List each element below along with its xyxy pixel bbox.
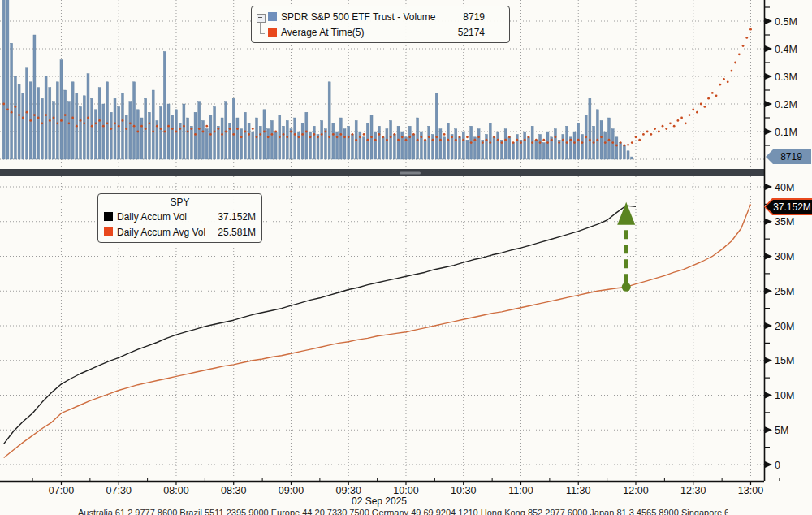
- volume-bar: [190, 126, 192, 159]
- top-axis-tick-arrow: [765, 128, 772, 135]
- bottom-axis-tick-label: 15M: [775, 355, 794, 366]
- average-dot: [14, 106, 16, 108]
- volume-bar: [363, 137, 365, 159]
- average-dot: [608, 139, 611, 141]
- volume-bar: [110, 112, 112, 159]
- volume-bar: [125, 115, 127, 159]
- volume-bar: [236, 118, 239, 159]
- footer-disclaimer-clipped: Australia 61 2 9777 8600 Brazil 5511 239…: [78, 508, 728, 515]
- average-dot: [6, 108, 9, 110]
- volume-bar: [486, 134, 488, 159]
- average-dot: [408, 136, 411, 138]
- volume-bar: [198, 102, 201, 159]
- average-dot: [512, 141, 515, 144]
- average-dot: [646, 131, 649, 133]
- volume-bar: [393, 134, 395, 159]
- average-dot: [707, 97, 710, 100]
- legend-row-accum-vol[interactable]: Daily Accum Vol 37.152M: [104, 209, 256, 224]
- volume-bar: [428, 126, 430, 159]
- average-dot: [692, 108, 694, 110]
- average-dot: [551, 139, 553, 141]
- collapse-icon[interactable]: [257, 14, 266, 23]
- bottom-axis-tick-label: 30M: [775, 251, 794, 262]
- volume-bar: [201, 120, 204, 159]
- average-dot: [501, 141, 503, 144]
- x-axis-label: 07:30: [106, 485, 132, 496]
- average-dot: [317, 136, 319, 138]
- average-dot: [742, 45, 745, 47]
- volume-bar: [183, 104, 185, 159]
- volume-bar: [631, 157, 633, 159]
- volume-bar: [343, 129, 346, 159]
- average-dot: [673, 125, 676, 128]
- average-dot: [650, 133, 652, 136]
- top-axis-tick-arrow: [765, 45, 772, 52]
- x-axis-label: 12:30: [680, 485, 706, 496]
- bottom-axis-tick-label: 25M: [775, 286, 794, 297]
- average-dot: [417, 139, 419, 141]
- average-dot: [76, 125, 78, 128]
- average-dot: [129, 122, 132, 124]
- average-dot: [412, 133, 415, 136]
- average-dot: [700, 103, 702, 106]
- volume-bar: [80, 106, 82, 159]
- volume-bar: [581, 134, 583, 159]
- average-dot: [145, 128, 147, 130]
- average-dot: [703, 106, 706, 108]
- volume-bar: [459, 137, 461, 159]
- average-dot: [374, 139, 377, 141]
- volume-bar: [286, 120, 288, 159]
- legend-row-volume[interactable]: SPDR S&P 500 ETF Trust - Volume 8719: [268, 9, 503, 24]
- volume-bar: [374, 132, 377, 159]
- average-dot: [41, 122, 43, 124]
- x-axis-label: 13:00: [738, 485, 763, 496]
- average-dot: [336, 136, 339, 138]
- average-dot: [577, 139, 580, 141]
- volume-bar: [118, 106, 120, 159]
- legend-row-accum-avg[interactable]: Daily Accum Avg Vol 25.581M: [104, 224, 256, 240]
- volume-bar: [305, 112, 308, 159]
- average-dot: [482, 141, 484, 144]
- average-dot: [685, 122, 687, 124]
- average-dot: [611, 141, 614, 144]
- average-dot: [71, 117, 74, 119]
- volume-bar: [221, 118, 223, 159]
- average-dot: [160, 128, 162, 130]
- bottom-legend: SPY Daily Accum Vol 37.152M Daily Accum …: [97, 193, 262, 243]
- average-dot: [711, 92, 714, 94]
- average-dot: [669, 122, 672, 124]
- top-axis-tick-arrow: [765, 73, 772, 80]
- average-dot: [731, 70, 733, 72]
- average-dot: [167, 125, 170, 128]
- volume-bar: [33, 35, 36, 159]
- volume-bar: [214, 106, 216, 159]
- average-dot: [420, 136, 422, 138]
- volume-bar: [217, 126, 219, 159]
- average-dot: [11, 111, 13, 114]
- average-dot: [359, 136, 361, 138]
- chart-canvas: 0.5M0.4M0.3M0.2M0.1M40M35M30M25M20M15M10…: [0, 0, 812, 515]
- average-dot: [244, 131, 246, 133]
- volume-bar: [390, 120, 392, 159]
- volume-bar: [160, 106, 162, 159]
- splitter-handle[interactable]: [400, 172, 421, 175]
- average-dot: [313, 133, 315, 136]
- average-dot: [738, 53, 741, 55]
- volume-series-value: 8719: [463, 11, 485, 23]
- top-axis-tick-arrow: [765, 18, 772, 24]
- volume-bar: [94, 110, 97, 159]
- average-dot: [252, 128, 254, 130]
- average-dot: [248, 133, 250, 136]
- volume-bar: [171, 115, 174, 159]
- average-dot: [229, 128, 231, 130]
- average-dot: [118, 125, 120, 128]
- average-dot: [546, 141, 549, 144]
- last-accum-badge-value: 37.152M: [766, 200, 812, 214]
- legend-row-average[interactable]: Average At Time(5) 52174: [268, 24, 503, 40]
- volume-bar: [313, 126, 315, 159]
- average-dot: [18, 114, 20, 116]
- x-axis-date-label: 02 Sep 2025: [318, 496, 440, 507]
- legend-expander-icon[interactable]: [257, 14, 267, 35]
- average-dot: [56, 122, 58, 124]
- volume-bar: [121, 93, 123, 159]
